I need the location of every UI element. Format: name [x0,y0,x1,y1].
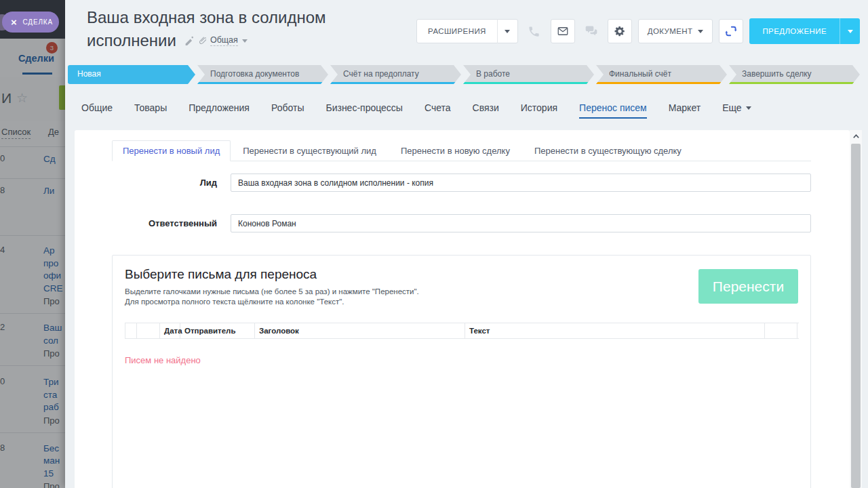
gear-icon [614,25,626,37]
stage-docs-preparation[interactable]: Подготовка документов [197,65,328,84]
subtab-existing-lead[interactable]: Перенести в существующий лид [231,140,389,161]
stage-close-deal[interactable]: Завершить сделку [729,65,860,84]
tab-quotes[interactable]: Предложения [189,95,250,121]
column-sender: Отправитель [180,323,255,338]
deal-slider-panel: Ваша входная зона в солидном исполнении … [65,0,868,488]
document-button[interactable]: ДОКУМЕНТ [638,19,713,43]
tab-products[interactable]: Товары [134,95,167,121]
tab-history[interactable]: История [521,95,557,121]
scrollbar-up-arrow[interactable] [850,130,862,142]
deal-title-line1: Ваша входная зона в солидном [87,6,326,29]
responsible-field-label: Ответственный [112,218,217,228]
panel-header: Ваша входная зона в солидном исполнении … [65,0,868,62]
tab-invoices[interactable]: Счета [425,95,451,121]
mail-transfer-card: Перенести в новый лид Перенести в сущест… [75,130,850,488]
offer-button-label[interactable]: ПРЕДЛОЖЕНИЕ [749,27,840,35]
subtab-new-deal[interactable]: Перенести в новую сделку [389,140,522,161]
tab-general[interactable]: Общие [81,95,113,121]
transfer-subtabs: Перенести в новый лид Перенести в сущест… [112,140,811,161]
chevron-down-icon [698,30,703,33]
tab-relations[interactable]: Связи [473,95,499,121]
offer-dropdown-button[interactable] [840,18,860,44]
mail-section-heading: Выберите письма для переноса [125,267,799,282]
extensions-button-label[interactable]: РАСШИРЕНИЯ [417,27,497,35]
column-date: Дата [160,323,180,338]
deal-title: Ваша входная зона в солидном исполнении … [87,6,326,52]
mail-table-header: Дата Отправитель Заголовок Текст [125,323,799,339]
column-attachment [137,323,160,338]
sync-button[interactable] [719,19,743,43]
column-actions [765,323,797,338]
chat-button[interactable] [581,19,601,43]
sync-arrows-icon [724,24,738,38]
chevron-down-icon [746,106,751,110]
email-button[interactable] [551,19,575,43]
stage-new[interactable]: Новая [68,65,195,84]
subtab-new-lead[interactable]: Перенести в новый лид [112,140,231,161]
extensions-dropdown-button[interactable] [497,19,517,43]
chat-bubbles-icon [585,24,598,38]
lead-input[interactable] [231,174,811,192]
phone-icon [528,25,540,38]
responsible-input[interactable] [231,214,811,232]
background-topbar: × СДЕЛКА [0,0,65,39]
stage-prepayment-invoice[interactable]: Счёт на предоплату [330,65,461,84]
stage-in-progress[interactable]: В работе [463,65,594,84]
scrollbar-thumb[interactable] [851,144,861,488]
empty-mail-message: Писем не найдено [125,355,799,365]
lead-field-label: Лид [112,178,217,188]
deal-title-line2: исполнении [87,29,176,52]
mail-section-description: Выделите галочками нужные письма (не бол… [125,287,799,306]
tab-market[interactable]: Маркет [669,95,701,121]
deal-stage-bar: Новая Подготовка документов Счёт на пред… [68,65,860,84]
chevron-down-icon[interactable] [242,39,248,43]
offer-split-button[interactable]: ПРЕДЛОЖЕНИЕ [749,18,860,44]
edit-pencil-icon[interactable] [184,36,193,45]
tab-robots[interactable]: Роботы [271,95,304,121]
document-button-label: ДОКУМЕНТ [648,27,693,35]
mail-select-section: Выберите письма для переноса Выделите га… [112,255,811,488]
dim-overlay[interactable] [0,39,65,488]
stage-final-invoice[interactable]: Финальный счёт [596,65,727,84]
close-icon[interactable]: × [11,17,18,27]
header-toolbar: РАСШИРЕНИЯ ДОКУМЕНТ [416,18,860,44]
tab-mail-transfer[interactable]: Перенос писем [579,95,647,121]
deal-pill-label: СДЕЛКА [23,18,53,26]
column-checkbox [125,323,137,338]
background-page: × СДЕЛКА Сделки 3 И ☆ Список Де 0 Сд 8 Л… [0,0,65,488]
link-paperclip-icon[interactable] [197,37,206,45]
transfer-button[interactable]: Перенести [698,269,798,304]
tab-business-processes[interactable]: Бизнес-процессы [326,95,402,121]
settings-button[interactable] [608,19,632,43]
envelope-icon [557,25,569,37]
extensions-split-button[interactable]: РАСШИРЕНИЯ [416,19,518,43]
transfer-form: Лид Ответственный [112,174,811,232]
column-text: Текст [465,323,765,338]
column-subject: Заголовок [255,323,465,338]
panel-scrollbar[interactable] [850,130,862,488]
deal-tabs: Общие Товары Предложения Роботы Бизнес-п… [81,95,854,121]
phone-button[interactable] [524,19,545,43]
subtab-existing-deal[interactable]: Перенести в существующую сделку [522,140,694,161]
category-selector[interactable]: Общая [210,35,238,46]
tab-more[interactable]: Еще [722,95,751,121]
deal-slider-pill[interactable]: × СДЕЛКА [2,12,59,33]
